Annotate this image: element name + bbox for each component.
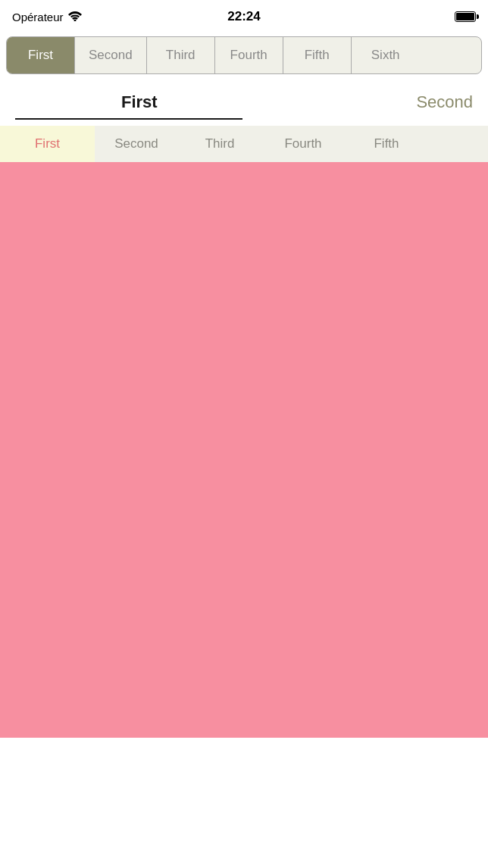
battery-icon: [455, 11, 476, 22]
svg-point-0: [74, 19, 76, 21]
tab-bar-1: First Second Third Fourth Fifth Sixth: [6, 36, 482, 74]
wifi-icon: [68, 11, 82, 23]
tab-bar2-second[interactable]: Second: [95, 126, 178, 162]
status-carrier: Opérateur: [12, 11, 82, 23]
main-content-area: [0, 162, 488, 738]
tab-bar1-third[interactable]: Third: [147, 37, 215, 73]
status-bar: Opérateur 22:24: [0, 0, 488, 33]
tab-bar2-fifth[interactable]: Fifth: [345, 126, 428, 162]
battery-fill: [456, 13, 474, 20]
tab-bar1-first[interactable]: First: [7, 37, 75, 73]
section-labels: First Second: [0, 77, 488, 118]
tab-bar-2: First Second Third Fourth Fifth: [0, 126, 488, 162]
tab-bar1-fifth[interactable]: Fifth: [283, 37, 352, 73]
tab-bar2-first[interactable]: First: [0, 126, 95, 162]
tab-bar1-sixth[interactable]: Sixth: [352, 37, 420, 73]
section-underline: [15, 118, 242, 120]
battery-container: [455, 11, 476, 22]
carrier-label: Opérateur: [12, 11, 64, 23]
section-second-label: Second: [416, 92, 473, 112]
tab-bar1-fourth[interactable]: Fourth: [215, 37, 283, 73]
tab-bar1-second[interactable]: Second: [75, 37, 147, 73]
section-first-label: First: [15, 92, 158, 112]
status-time: 22:24: [227, 9, 260, 24]
tab-bar2-third[interactable]: Third: [178, 126, 261, 162]
tab-bar2-fourth[interactable]: Fourth: [261, 126, 345, 162]
